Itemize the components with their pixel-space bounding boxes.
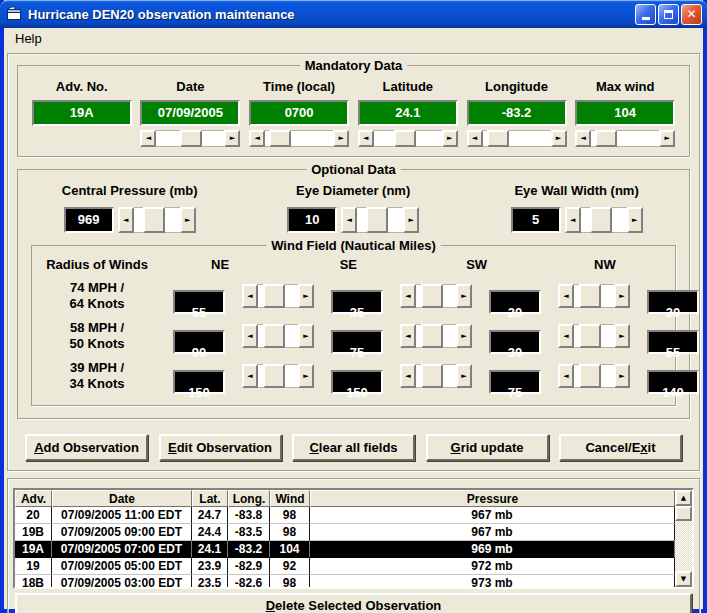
longitude-scrollbar[interactable]: ◄► [467,130,567,147]
table-row[interactable]: 1907/09/2005 05:00 EDT23.9-82.992972 mb [15,558,675,575]
eye-diameter-scrollbar[interactable]: ◄► [341,207,419,233]
scroll-track[interactable] [265,130,333,147]
minimize-button[interactable] [635,4,656,25]
scroll-thumb[interactable] [595,130,617,147]
scroll-thumb[interactable] [421,364,443,388]
scroll-left-button[interactable]: ◄ [558,324,574,348]
scroll-left-button[interactable]: ◄ [242,324,258,348]
scroll-track[interactable] [374,130,442,147]
scroll-right-button[interactable]: ► [614,324,630,348]
scroll-track[interactable] [416,324,456,348]
wind-radius-scrollbar[interactable]: ◄► [558,324,630,348]
scroll-track[interactable] [357,207,403,233]
column-header-wind[interactable]: Wind [270,490,310,507]
scroll-thumb[interactable] [590,207,612,233]
scroll-track[interactable] [258,284,298,308]
scroll-left-button[interactable]: ◄ [400,364,416,388]
table-row[interactable]: 19B07/09/2005 09:00 EDT24.4-83.598967 mb [15,524,675,541]
scroll-track[interactable] [591,130,659,147]
table-row[interactable]: 19A07/09/2005 07:00 EDT24.1-83.2104969 m… [15,541,675,558]
scroll-left-button[interactable]: ◄ [242,284,258,308]
column-header-adv[interactable]: Adv. [15,490,52,507]
table-row[interactable]: 2007/09/2005 11:00 EDT24.7-83.898967 mb [15,507,675,524]
scroll-left-button[interactable]: ◄ [558,364,574,388]
scroll-thumb[interactable] [394,130,416,147]
scroll-right-button[interactable]: ► [659,130,675,147]
scroll-track[interactable] [483,130,551,147]
column-header-date[interactable]: Date [52,490,192,507]
wind-radius-scrollbar[interactable]: ◄► [400,324,472,348]
wind-radius-scrollbar[interactable]: ◄► [242,364,314,388]
wind-radius-scrollbar[interactable]: ◄► [242,324,314,348]
scroll-track[interactable] [258,324,298,348]
scroll-thumb[interactable] [579,284,601,308]
scroll-thumb[interactable] [143,207,165,233]
scroll-right-button[interactable]: ► [456,364,472,388]
scroll-thumb[interactable] [269,130,291,147]
scroll-left-button[interactable]: ◄ [358,130,374,147]
scroll-thumb[interactable] [675,506,692,521]
scroll-down-button[interactable]: ▼ [675,571,692,587]
scroll-right-button[interactable]: ► [298,284,314,308]
scroll-right-button[interactable]: ► [627,207,643,233]
scroll-track[interactable] [675,521,692,571]
scroll-left-button[interactable]: ◄ [400,324,416,348]
time-scrollbar[interactable]: ◄► [249,130,349,147]
scroll-right-button[interactable]: ► [442,130,458,147]
scroll-track[interactable] [581,207,627,233]
edit-observation-button[interactable]: Edit Observation [159,434,282,461]
scroll-track[interactable] [574,364,614,388]
scroll-right-button[interactable]: ► [614,284,630,308]
column-header-long[interactable]: Long. [228,490,270,507]
wind-radius-scrollbar[interactable]: ◄► [558,284,630,308]
scroll-left-button[interactable]: ◄ [118,207,134,233]
scroll-left-button[interactable]: ◄ [558,284,574,308]
scroll-thumb[interactable] [579,364,601,388]
wind-radius-scrollbar[interactable]: ◄► [558,364,630,388]
scroll-thumb[interactable] [366,207,388,233]
scroll-track[interactable] [574,284,614,308]
scroll-thumb[interactable] [263,364,285,388]
scroll-track[interactable] [156,130,224,147]
cancel-exit-button[interactable]: Cancel/Exit [559,434,682,461]
scroll-thumb[interactable] [421,324,443,348]
scroll-left-button[interactable]: ◄ [249,130,265,147]
scroll-thumb[interactable] [263,324,285,348]
scroll-track[interactable] [574,324,614,348]
scroll-track[interactable] [416,364,456,388]
scroll-right-button[interactable]: ► [298,324,314,348]
add-observation-button[interactable]: Add Observation [25,434,148,461]
latitude-scrollbar[interactable]: ◄► [358,130,458,147]
scroll-track[interactable] [258,364,298,388]
scroll-right-button[interactable]: ► [551,130,567,147]
clear-all-fields-button[interactable]: Clear all fields [292,434,415,461]
scroll-thumb[interactable] [579,324,601,348]
scroll-right-button[interactable]: ► [180,207,196,233]
scroll-right-button[interactable]: ► [298,364,314,388]
scroll-thumb[interactable] [180,130,202,147]
column-header-lat[interactable]: Lat. [192,490,228,507]
scroll-right-button[interactable]: ► [224,130,240,147]
scroll-left-button[interactable]: ◄ [140,130,156,147]
scroll-left-button[interactable]: ◄ [242,364,258,388]
scroll-thumb[interactable] [487,130,509,147]
table-row[interactable]: 18B07/09/2005 03:00 EDT23.5-82.698973 mb [15,575,675,587]
central-pressure-scrollbar[interactable]: ◄► [118,207,196,233]
scroll-right-button[interactable]: ► [456,324,472,348]
scroll-left-button[interactable]: ◄ [565,207,581,233]
scroll-left-button[interactable]: ◄ [575,130,591,147]
max-wind-scrollbar[interactable]: ◄► [575,130,675,147]
wind-radius-scrollbar[interactable]: ◄► [400,284,472,308]
scroll-track[interactable] [416,284,456,308]
column-header-pressure[interactable]: Pressure [310,490,675,507]
grid-update-button[interactable]: Grid update [426,434,549,461]
close-button[interactable]: ✕ [681,4,702,25]
date-scrollbar[interactable]: ◄► [140,130,240,147]
eye-wall-width-scrollbar[interactable]: ◄► [565,207,643,233]
wind-radius-scrollbar[interactable]: ◄► [242,284,314,308]
scroll-thumb[interactable] [263,284,285,308]
maximize-button[interactable] [658,4,679,25]
scroll-up-button[interactable]: ▲ [675,490,692,506]
scroll-thumb[interactable] [421,284,443,308]
table-vertical-scrollbar[interactable]: ▲ ▼ [675,490,692,587]
